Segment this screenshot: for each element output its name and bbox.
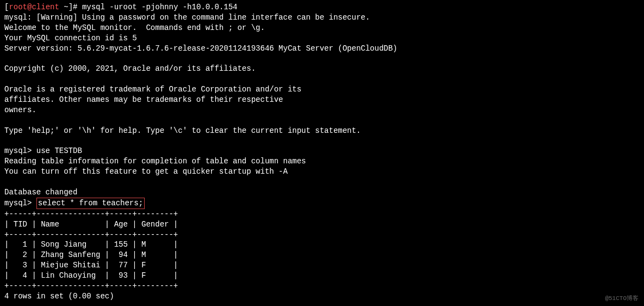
prompt-user: root <box>9 3 27 11</box>
shell-prompt-line[interactable]: [root@client ~]# mysql -uroot -pjohnny -… <box>4 2 640 13</box>
command-text: mysql -uroot -pjohnny -h10.0.0.154 <box>82 3 238 11</box>
table-border-mid: +-----+---------------+-----+--------+ <box>4 230 640 240</box>
mysql-prompt: mysql> <box>4 146 36 155</box>
mysql-prompt: mysql> <box>4 199 36 207</box>
prompt-path: ~ <box>59 3 69 11</box>
table-row: | 4 | Lin Chaoying | 93 | F | <box>4 271 640 281</box>
blank-line <box>4 115 640 126</box>
output-warning: mysql: [Warning] Using a password on the… <box>4 13 640 23</box>
blank-line <box>4 136 640 146</box>
table-row: | 1 | Song Jiang | 155 | M | <box>4 240 640 250</box>
table-border-bottom: +-----+---------------+-----+--------+ <box>4 281 640 291</box>
blank-line <box>4 74 640 84</box>
prompt-hash: # <box>73 3 82 11</box>
mysql-select-line[interactable]: mysql> select * from teachers; <box>4 198 640 209</box>
watermark: @51CTO博客 <box>605 295 639 303</box>
output-help: Type 'help;' or '\h' for help. Type '\c'… <box>4 126 640 136</box>
prompt-bracket-close: ] <box>69 3 73 11</box>
output-connection-id: Your MySQL connection id is 5 <box>4 33 640 44</box>
select-command-highlighted: select * from teachers; <box>36 198 145 209</box>
output-welcome: Welcome to the MySQL monitor. Commands e… <box>4 23 640 33</box>
terminal-output: [root@client ~]# mysql -uroot -pjohnny -… <box>4 2 640 302</box>
use-command: use TESTDB <box>36 146 82 155</box>
result-summary: 4 rows in set (0.00 sec) <box>4 291 640 302</box>
table-row: | 2 | Zhang Sanfeng | 94 | M | <box>4 250 640 260</box>
output-copyright: Copyright (c) 2000, 2021, Oracle and/or … <box>4 64 640 74</box>
table-row: | 3 | Miejue Shitai | 77 | F | <box>4 260 640 271</box>
output-database-changed: Database changed <box>4 187 640 198</box>
output-trademark-1: Oracle is a registered trademark of Orac… <box>4 84 640 95</box>
output-reading: Reading table information for completion… <box>4 156 640 167</box>
mysql-use-line[interactable]: mysql> use TESTDB <box>4 146 640 156</box>
prompt-host: client <box>32 3 59 11</box>
blank-line <box>4 177 640 187</box>
table-header: | TID | Name | Age | Gender | <box>4 219 640 230</box>
blank-line <box>4 53 640 64</box>
output-trademark-2: affiliates. Other names may be trademark… <box>4 95 640 105</box>
table-border-top: +-----+---------------+-----+--------+ <box>4 209 640 219</box>
output-server-version: Server version: 5.6.29-mycat-1.6.7.6-rel… <box>4 44 640 54</box>
output-trademark-3: owners. <box>4 105 640 115</box>
output-turnoff: You can turn off this feature to get a q… <box>4 167 640 177</box>
